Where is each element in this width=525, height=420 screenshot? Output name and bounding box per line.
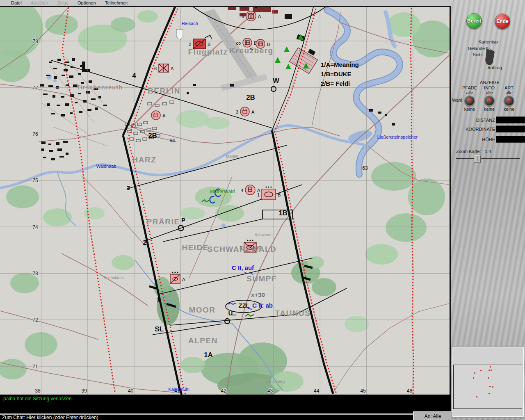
svg-text:39: 39 xyxy=(82,388,87,394)
auftrag-label[interactable]: Auftrag xyxy=(451,65,502,70)
anzeige-keine-label[interactable]: keine xyxy=(497,107,521,112)
map-frame-top xyxy=(0,6,451,7)
svg-text:A: A xyxy=(162,113,166,118)
map-label: C II, auf xyxy=(232,264,254,271)
svg-text:38: 38 xyxy=(35,388,41,394)
minimap-unit-dot xyxy=(491,370,492,371)
zoom-slider-handle[interactable] xyxy=(474,155,481,163)
svg-text:A: A xyxy=(171,66,174,71)
chat-prompt-bar[interactable]: Zum Chat: Hier klicken (oder Enter drück… xyxy=(0,415,451,420)
svg-text:71: 71 xyxy=(32,364,38,370)
hoehe-label: HÖHE xyxy=(451,137,495,142)
zoom-slider-track[interactable] xyxy=(456,158,520,159)
hoehe-field xyxy=(496,136,525,143)
svg-text:72: 72 xyxy=(32,317,38,323)
kartentyp-option-sicht[interactable]: Sicht xyxy=(459,52,483,57)
zoom-karte-label: Zoom Karte: xyxy=(456,149,481,154)
anzeige-column-art: ART alle keine xyxy=(497,85,521,112)
map-label: Kainzmühl xyxy=(168,387,189,392)
bereit-button[interactable]: Bereit xyxy=(466,13,482,29)
map-label: BERLIN xyxy=(148,87,180,95)
map-viewport[interactable]: 3839404142434445467877767574737271 xyxy=(0,6,451,395)
minimap-unit-dot xyxy=(489,386,491,387)
map-label: HARZ xyxy=(132,155,157,164)
chat-message: paiba hat die Sitzung verlassen. xyxy=(3,396,73,402)
map-label: Schönkirch xyxy=(103,276,123,280)
svg-text:B: B xyxy=(208,42,210,47)
map-label: W xyxy=(273,77,280,84)
map-label: Reisach xyxy=(182,21,198,26)
menu-item-0[interactable]: Datei xyxy=(0,0,26,5)
assignment-note: 1/B=DUKE xyxy=(321,71,352,78)
anzeige-col-name: ART xyxy=(497,85,521,90)
svg-text:42: 42 xyxy=(221,388,227,394)
map-label: 2 xyxy=(143,239,146,247)
minimap-frame xyxy=(453,365,522,409)
map-label: Ließensteinspeicher xyxy=(377,135,418,139)
kartentyp-pointer-icon[interactable] xyxy=(484,45,503,66)
map-label: MOOR xyxy=(189,306,215,314)
map-label: HEIDE xyxy=(182,243,209,252)
map-label: ZZL xyxy=(238,302,250,309)
svg-text:5: 5 xyxy=(242,14,244,19)
kartentyp-title: Kartentyp xyxy=(451,39,525,44)
map-label: 2B xyxy=(246,94,255,101)
map-label: Tirschenreuth xyxy=(77,84,123,91)
svg-text:A: A xyxy=(251,110,255,114)
map-label: SCHWARZWALD xyxy=(208,245,276,253)
anzeige-alle-label[interactable]: alle xyxy=(497,90,521,95)
minimap-unit-dot xyxy=(480,370,482,371)
map-label: 1B xyxy=(278,209,288,217)
chat-prompt-text: Zum Chat: Hier klicken (oder Enter drück… xyxy=(2,415,98,420)
anzeige-knob-art[interactable] xyxy=(504,96,514,106)
map-svg[interactable]: 3839404142434445467877767574737271 xyxy=(0,6,451,395)
minimap-unit-dot xyxy=(473,377,474,379)
map-label: PRÄRIE xyxy=(147,217,180,226)
menu-item-2: Zeige xyxy=(52,0,73,5)
minimap xyxy=(452,347,524,417)
map-label: 3 xyxy=(127,184,130,191)
anzeige-title: ANZEIGE xyxy=(451,80,525,85)
menu-item-3[interactable]: Optionen xyxy=(73,0,100,5)
map-label: 2B xyxy=(148,132,157,139)
svg-text:77: 77 xyxy=(32,85,38,91)
map-label: U xyxy=(228,310,233,317)
minimap-unit-dot xyxy=(474,372,475,374)
minimap-unit-dot xyxy=(492,386,493,388)
distanz-field xyxy=(496,116,525,123)
menu-item-4[interactable]: Teilnehmer: xyxy=(100,0,133,5)
svg-text:2: 2 xyxy=(189,42,191,47)
assignment-note: 2/B= Feldi xyxy=(321,80,350,87)
svg-text:3: 3 xyxy=(236,110,238,114)
kartentyp-option-gelaende[interactable]: Gelände xyxy=(459,46,485,51)
chat-recipient-button[interactable]: An: Alle xyxy=(413,411,452,420)
svg-text:44: 44 xyxy=(314,388,320,394)
zoom-karte-value: 1.4 xyxy=(485,149,491,154)
map-label: x+30 xyxy=(251,291,265,298)
svg-text:A: A xyxy=(258,14,261,19)
svg-text:75: 75 xyxy=(32,178,38,183)
map-label: ALPEN xyxy=(188,336,218,345)
svg-text:76: 76 xyxy=(32,131,38,137)
map-label: TAUNUS xyxy=(275,309,311,317)
koordinate-label: KOORDINATE xyxy=(451,127,495,132)
svg-text:43: 43 xyxy=(267,388,273,394)
map-label: P xyxy=(181,217,185,224)
anzeige-knob-info[interactable] xyxy=(484,96,495,106)
minimap-unit-dot xyxy=(488,370,490,371)
map-label: 1 xyxy=(157,296,160,303)
map-label: MutterWald xyxy=(210,189,235,194)
svg-text:40: 40 xyxy=(128,388,134,394)
map-label: Waldnaab xyxy=(96,164,116,169)
ende-button[interactable]: Ende xyxy=(495,14,510,29)
anzeige-knob-pfade[interactable] xyxy=(464,96,475,106)
map-label: Flugplatz xyxy=(188,48,228,56)
koordinate-field xyxy=(496,126,525,132)
svg-text:73: 73 xyxy=(32,271,38,276)
menu-item-1: Auslöser xyxy=(26,0,53,5)
menubar: DateiAuslöserZeigeOptionenTeilnehmer: xyxy=(0,0,451,6)
map-label: Schwand xyxy=(254,233,271,237)
map-label: Mantel xyxy=(226,154,238,159)
svg-text:A: A xyxy=(182,277,185,282)
distanz-label: DISTANZ xyxy=(451,118,495,123)
